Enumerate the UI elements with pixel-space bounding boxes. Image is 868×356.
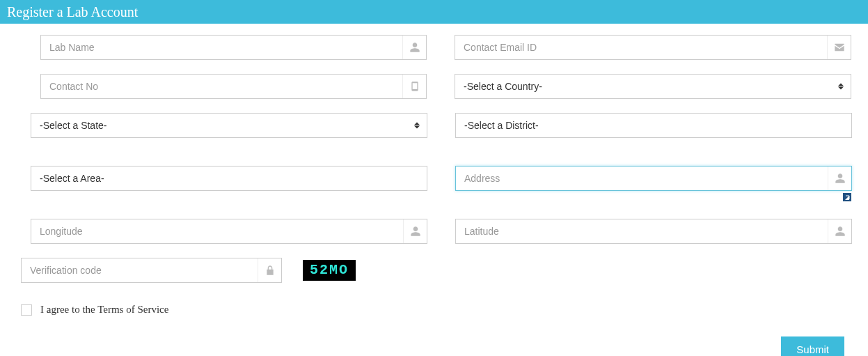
district-select-text: -Select a District- — [464, 120, 539, 131]
area-select[interactable]: -Select a Area- — [31, 166, 427, 191]
country-select-text: -Select a Country- — [464, 81, 542, 92]
latitude-group — [455, 219, 852, 244]
captcha-text: 52MO — [310, 262, 349, 278]
sort-icon — [414, 123, 420, 129]
submit-button[interactable]: Submit — [781, 336, 844, 356]
register-form: -Select a Country- -Select a State- -Sel… — [0, 24, 868, 356]
district-select[interactable]: -Select a District- — [455, 113, 852, 138]
address-group — [455, 166, 852, 191]
user-icon — [828, 219, 851, 243]
contact-email-group — [455, 35, 851, 60]
country-select[interactable]: -Select a Country- — [455, 74, 851, 99]
verification-group — [21, 258, 282, 283]
state-select[interactable]: -Select a State- — [31, 113, 427, 138]
contact-no-group — [40, 74, 427, 99]
contact-email-input[interactable] — [455, 36, 827, 59]
latitude-input[interactable] — [456, 219, 828, 243]
terms-checkbox[interactable] — [21, 304, 32, 316]
lock-icon — [258, 258, 281, 282]
longitude-group — [31, 219, 427, 244]
user-icon — [402, 36, 426, 59]
terms-label: I agree to the Terms of Service — [40, 304, 168, 316]
verification-input[interactable] — [22, 258, 258, 282]
mobile-icon — [402, 75, 426, 98]
page-title: Register a Lab Account — [7, 4, 138, 20]
user-icon — [828, 167, 851, 190]
address-input[interactable] — [456, 167, 828, 190]
page-header: Register a Lab Account — [0, 0, 868, 24]
area-select-text: -Select a Area- — [40, 173, 104, 184]
captcha-image: 52MO — [303, 260, 356, 281]
sort-icon — [838, 84, 844, 90]
lab-name-input[interactable] — [41, 36, 402, 59]
longitude-input[interactable] — [31, 219, 403, 243]
user-icon — [403, 219, 427, 243]
resize-handle-icon[interactable] — [842, 192, 852, 202]
contact-no-input[interactable] — [41, 75, 402, 98]
envelope-icon — [827, 36, 851, 59]
lab-name-group — [40, 35, 427, 60]
state-select-text: -Select a State- — [40, 120, 107, 131]
